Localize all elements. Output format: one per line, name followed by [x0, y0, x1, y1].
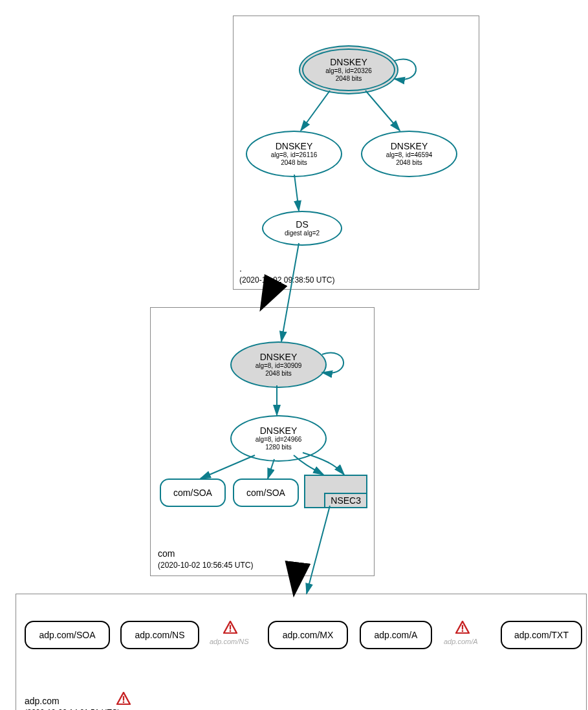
root-ksk-title: DNSKEY — [330, 57, 367, 67]
adp-a-warn-label: adp.com/A — [444, 638, 478, 645]
com-ksk-title: DNSKEY — [260, 352, 298, 362]
com-ksk-node: DNSKEY alg=8, id=30909 2048 bits — [230, 341, 327, 388]
svg-point-1 — [230, 630, 232, 632]
com-ksk-bits: 2048 bits — [265, 370, 292, 378]
svg-point-3 — [462, 630, 464, 632]
root-ds-node: DS digest alg=2 — [262, 211, 342, 246]
root-ds-title: DS — [296, 219, 308, 230]
com-zsk-alg: alg=8, id=24966 — [256, 436, 302, 444]
adp-a: adp.com/A — [360, 621, 432, 649]
root-zsk2-title: DNSKEY — [391, 141, 428, 151]
com-soa1: com/SOA — [160, 479, 226, 507]
root-ksk-node: DNSKEY alg=8, id=20326 2048 bits — [299, 45, 398, 94]
com-nsec3-label: NSEC3 — [324, 493, 366, 507]
root-ksk-alg: alg=8, id=20326 — [325, 67, 372, 75]
root-ksk-bits: 2048 bits — [336, 75, 362, 83]
root-zsk1-bits: 2048 bits — [281, 159, 307, 167]
root-zsk1-title: DNSKEY — [276, 141, 313, 151]
warning-icon — [116, 692, 131, 705]
zone-com-timestamp: (2020-10-02 10:56:45 UTC) — [158, 561, 253, 570]
zone-adp — [16, 594, 587, 710]
adp-ns-warn-label: adp.com/NS — [210, 638, 249, 645]
root-zsk1-node: DNSKEY alg=8, id=26116 2048 bits — [246, 131, 342, 177]
adp-soa: adp.com/SOA — [25, 621, 110, 649]
root-zsk2-node: DNSKEY alg=8, id=46594 2048 bits — [361, 131, 457, 177]
com-zsk-bits: 1280 bits — [265, 444, 292, 451]
root-zsk2-bits: 2048 bits — [396, 159, 422, 167]
zone-root-name: . — [239, 263, 242, 274]
com-soa2: com/SOA — [233, 479, 299, 507]
adp-mx: adp.com/MX — [268, 621, 348, 649]
com-zsk-node: DNSKEY alg=8, id=24966 1280 bits — [230, 415, 327, 462]
root-ds-sub: digest alg=2 — [285, 230, 320, 237]
root-zsk1-alg: alg=8, id=26116 — [271, 151, 318, 159]
zone-root-timestamp: (2020-10-02 09:38:50 UTC) — [239, 275, 334, 285]
com-nsec3: NSEC3 — [304, 475, 367, 508]
warning-icon — [455, 621, 470, 634]
adp-txt: adp.com/TXT — [501, 621, 582, 649]
com-ksk-alg: alg=8, id=30909 — [256, 362, 302, 370]
com-zsk-title: DNSKEY — [260, 425, 298, 436]
zone-com-name: com — [158, 548, 175, 559]
warning-icon — [223, 621, 237, 634]
zone-adp-name: adp.com — [25, 696, 60, 706]
svg-point-5 — [123, 702, 125, 704]
root-zsk2-alg: alg=8, id=46594 — [386, 151, 433, 159]
adp-ns: adp.com/NS — [120, 621, 199, 649]
